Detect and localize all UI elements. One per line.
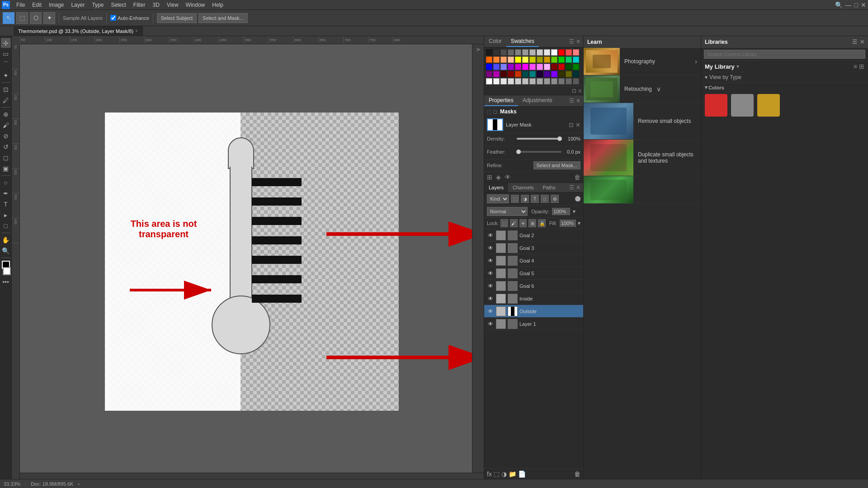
layer-visibility-toggle[interactable]: 👁 bbox=[487, 295, 494, 302]
swatch[interactable] bbox=[558, 71, 565, 77]
blend-mode-select[interactable]: Normal bbox=[487, 207, 528, 216]
tool-shape[interactable]: □ bbox=[1, 221, 11, 231]
menu-type[interactable]: Type bbox=[88, 1, 107, 9]
tool-gradient[interactable]: ▣ bbox=[1, 164, 11, 174]
select-mask-refine-btn[interactable]: Select and Mask... bbox=[533, 161, 581, 169]
feather-slider[interactable] bbox=[517, 151, 561, 153]
layer-visibility-toggle[interactable]: 👁 bbox=[487, 244, 494, 252]
swatch[interactable] bbox=[537, 78, 543, 84]
tool-zoom[interactable]: 🔍 bbox=[1, 246, 11, 256]
density-slider[interactable] bbox=[517, 138, 561, 140]
auto-enhance-check[interactable]: Auto-Enhance bbox=[110, 15, 149, 21]
mask-btn2[interactable]: ✕ bbox=[576, 122, 580, 128]
swatch[interactable] bbox=[544, 78, 550, 84]
swatches-resize-icon[interactable]: ⊡ bbox=[572, 88, 576, 94]
tool-brush[interactable]: 🖌 bbox=[1, 120, 11, 130]
tab-swatches[interactable]: Swatches bbox=[506, 36, 539, 47]
swatch[interactable] bbox=[551, 56, 557, 63]
swatch[interactable] bbox=[493, 49, 500, 56]
quick-sel-tool-btn[interactable]: ⬡ bbox=[30, 12, 42, 24]
tool-magic-wand[interactable]: ✦ bbox=[1, 70, 11, 80]
menu-file[interactable]: File bbox=[13, 1, 28, 9]
layer-visibility-toggle[interactable]: 👁 bbox=[487, 308, 494, 315]
swatch[interactable] bbox=[537, 56, 543, 63]
swatch[interactable] bbox=[486, 78, 492, 84]
lib-color-gold[interactable] bbox=[757, 94, 780, 117]
swatch[interactable] bbox=[515, 64, 521, 70]
tool-move[interactable]: ⊹ bbox=[1, 38, 11, 48]
swatch[interactable] bbox=[558, 49, 565, 56]
add-adj-btn[interactable]: ◑ bbox=[501, 470, 507, 478]
tab-adjustments[interactable]: Adjustments bbox=[518, 95, 557, 106]
delete-layer-btn[interactable]: 🗑 bbox=[574, 470, 580, 478]
tab-properties[interactable]: Properties bbox=[484, 95, 518, 106]
filter-smart-btn[interactable]: ⚙ bbox=[551, 195, 559, 203]
swatch[interactable] bbox=[551, 64, 557, 70]
tool-eraser[interactable]: ◻ bbox=[1, 153, 11, 163]
swatch[interactable] bbox=[508, 71, 514, 77]
add-fx-btn[interactable]: fx bbox=[487, 470, 492, 478]
props-panel-close[interactable]: ✕ bbox=[576, 98, 580, 104]
lock-artboard-btn[interactable]: ⊞ bbox=[528, 219, 536, 227]
filter-text-btn[interactable]: T bbox=[531, 195, 539, 203]
swatch[interactable] bbox=[573, 64, 579, 70]
layer-item[interactable]: 👁 Goal 2 bbox=[484, 229, 583, 242]
mask-action-2[interactable]: ◈ bbox=[496, 174, 501, 181]
swatch[interactable] bbox=[500, 78, 507, 84]
swatch[interactable] bbox=[522, 71, 528, 77]
swatch[interactable] bbox=[500, 49, 507, 56]
mask-action-1[interactable]: ⊞ bbox=[487, 174, 492, 181]
layer-visibility-toggle[interactable]: 👁 bbox=[487, 232, 494, 239]
filter-fill-btn[interactable] bbox=[575, 196, 580, 202]
doc-tab[interactable]: Thermometer.psd @ 33.3% (Outside, Layer … bbox=[14, 26, 143, 36]
swatch[interactable] bbox=[522, 64, 528, 70]
layer-visibility-toggle[interactable]: 👁 bbox=[487, 282, 494, 290]
swatch[interactable] bbox=[537, 49, 543, 56]
filter-shape-btn[interactable]: □ bbox=[541, 195, 549, 203]
kind-select[interactable]: Kind bbox=[487, 194, 509, 203]
swatch[interactable] bbox=[544, 56, 550, 63]
add-group-btn[interactable]: 📁 bbox=[509, 470, 516, 478]
tool-spot-heal[interactable]: ⊕ bbox=[1, 109, 11, 119]
tool-path-sel[interactable]: ▸ bbox=[1, 210, 11, 220]
tool-text[interactable]: T bbox=[1, 199, 11, 209]
layer-item[interactable]: 👁 Layer 1 bbox=[484, 318, 583, 330]
layer-mask-thumbnail[interactable] bbox=[487, 118, 503, 131]
swatch[interactable] bbox=[566, 71, 572, 77]
canvas-hscroll[interactable] bbox=[20, 473, 484, 479]
fill-chevron[interactable]: ▾ bbox=[578, 220, 580, 226]
menu-edit[interactable]: Edit bbox=[28, 1, 45, 9]
swatch[interactable] bbox=[573, 71, 579, 77]
layer-item[interactable]: 👁 Inside bbox=[484, 292, 583, 305]
swatch[interactable] bbox=[566, 78, 572, 84]
lib-search-input[interactable] bbox=[704, 50, 865, 59]
mask-btn1[interactable]: ⊡ bbox=[569, 122, 574, 128]
lib-colors-expand[interactable]: ▾ bbox=[705, 84, 708, 90]
swatch[interactable] bbox=[537, 71, 543, 77]
swatch[interactable] bbox=[522, 78, 528, 84]
learn-item-retouching[interactable]: Retouching ∨ bbox=[584, 75, 701, 103]
swatch[interactable] bbox=[529, 64, 536, 70]
swatches-menu-icon[interactable]: ≡ bbox=[578, 88, 581, 94]
swatch[interactable] bbox=[500, 56, 507, 63]
layer-item[interactable]: 👁 Goal 3 bbox=[484, 242, 583, 254]
learn-item-duplicate-small[interactable]: Duplicate small objects and textures bbox=[584, 140, 701, 176]
fill-input[interactable]: 100% bbox=[560, 220, 576, 227]
swatch[interactable] bbox=[566, 56, 572, 63]
swatch[interactable] bbox=[486, 64, 492, 70]
learn-item-arrow[interactable]: › bbox=[695, 58, 701, 65]
new-layer-btn[interactable]: 📄 bbox=[518, 470, 526, 478]
tool-clone[interactable]: ⊘ bbox=[1, 131, 11, 141]
tool-hand[interactable]: ✋ bbox=[1, 235, 11, 245]
swatch[interactable] bbox=[544, 64, 550, 70]
menu-layer[interactable]: Layer bbox=[67, 1, 88, 9]
tool-crop[interactable]: ⊡ bbox=[1, 84, 11, 94]
swatch[interactable] bbox=[508, 64, 514, 70]
doc-tab-close[interactable]: × bbox=[135, 28, 138, 33]
tool-history[interactable]: ↺ bbox=[1, 142, 11, 152]
swatch[interactable] bbox=[551, 71, 557, 77]
swatch[interactable] bbox=[522, 56, 528, 63]
menu-window[interactable]: Window bbox=[182, 1, 209, 9]
swatch[interactable] bbox=[522, 49, 528, 56]
swatch[interactable] bbox=[493, 56, 500, 63]
